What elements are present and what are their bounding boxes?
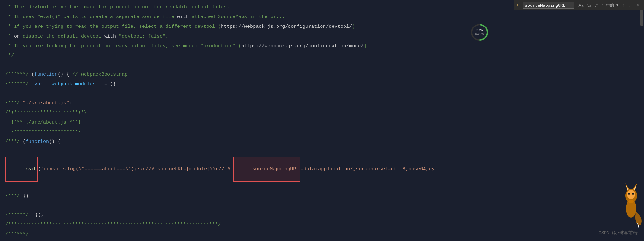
code-line-empty [0, 182, 644, 192]
perf-speed: 64K/s [475, 33, 484, 36]
code-text: /***/ [5, 138, 23, 146]
search-bar: › Aa \b .* 1 中的 1 ↑ ↓ × [514, 0, 644, 10]
code-text: */ [5, 52, 14, 60]
code-text: () { [49, 138, 61, 146]
search-case-btn[interactable]: Aa [577, 2, 585, 8]
code-text: "./src/about.js" [23, 99, 69, 107]
code-line-empty [0, 147, 644, 156]
search-close-btn[interactable]: × [634, 2, 641, 9]
code-text: !*** ./src/about.js ***! [5, 119, 81, 126]
code-text: * or disable the default devtool with "d… [5, 33, 168, 40]
code-line: /******/ }); [0, 210, 644, 220]
code-text: }); [35, 211, 44, 219]
svg-point-11 [626, 200, 636, 218]
code-string: =data:application/json;charset=utf-8;bas… [300, 165, 435, 173]
code-text: }) [23, 192, 28, 200]
csdn-text: CSDN @小球学前端 [599, 230, 638, 236]
code-text: /******/ [5, 81, 28, 88]
code-text: = ({ [101, 81, 116, 88]
search-nav: ↑ ↓ [621, 2, 632, 8]
code-text: : [69, 99, 72, 107]
code-text [28, 81, 34, 88]
csdn-watermark: CSDN @小球学前端 [599, 230, 638, 236]
code-line: !*** ./src/about.js ***! [0, 118, 644, 127]
search-count: 1 中的 1 [602, 3, 619, 8]
code-text: /******/ [5, 71, 28, 79]
code-text: * If you are looking for production-read… [5, 42, 369, 50]
code-text: /***************************************… [5, 221, 221, 229]
eval-keyword: eval [24, 166, 36, 172]
code-line: * If you are looking for production-read… [0, 41, 644, 51]
code-text: * This devtool is neither made for produ… [5, 4, 230, 11]
code-line: /***/ }) [0, 192, 644, 201]
code-string: 'console.log(\"======about===\");\\n//# … [41, 165, 233, 173]
code-line: /******/ [0, 230, 644, 239]
code-line: \**********************/ [0, 127, 644, 137]
code-comment: // webpackBootstrap [72, 71, 128, 79]
svg-point-4 [627, 190, 635, 199]
perf-percent: 50% [475, 28, 484, 33]
search-prev-btn[interactable]: ↑ [621, 2, 626, 8]
code-text: ( [23, 138, 26, 146]
code-line: /******/ var __webpack_modules__ = ({ [0, 80, 644, 89]
svg-point-9 [628, 193, 630, 195]
code-text: () { [58, 71, 72, 79]
search-next-btn[interactable]: ↓ [627, 2, 632, 8]
code-line: /***************************************… [0, 220, 644, 230]
code-text: /*!**********************!*\ [5, 109, 87, 117]
perf-text: 50% 64K/s [475, 28, 484, 36]
code-text: ( [28, 71, 34, 79]
code-text: \**********************/ [5, 128, 81, 136]
code-text: * It uses "eval()" calls to create a sep… [5, 13, 285, 21]
code-line: * or disable the default devtool with "d… [0, 32, 644, 41]
code-var: __webpack_modules__ [46, 81, 101, 88]
search-regex-btn[interactable]: .* [593, 2, 599, 8]
code-text [28, 211, 34, 219]
code-container: * This devtool is neither made for produ… [0, 0, 644, 241]
code-keyword: function [26, 138, 49, 146]
search-word-btn[interactable]: \b [586, 2, 592, 8]
code-keyword: function [34, 71, 58, 79]
code-line: * It uses "eval()" calls to create a sep… [0, 12, 644, 22]
code-text: ( [38, 165, 41, 173]
source-mapping-text: sourceMappingURL [252, 166, 299, 172]
perf-circle: 50% 64K/s [470, 23, 489, 41]
search-options: Aa \b .* [577, 2, 599, 8]
eval-box: eval [5, 157, 38, 182]
code-eval-line: eval ( 'console.log(\"======about===\");… [0, 156, 644, 182]
code-line: /*!**********************!*\ [0, 108, 644, 118]
code-text: /******/ [5, 231, 28, 238]
code-line: */ [0, 51, 644, 61]
fox-decoration [618, 176, 644, 228]
code-text: /***/ [5, 99, 23, 107]
code-line: /******/ ( function () { // webpackBoots… [0, 70, 644, 80]
code-text: /***/ [5, 192, 23, 200]
code-text: /******/ [5, 211, 28, 219]
code-line-empty [0, 89, 644, 98]
code-text: * If you are trying to read the output f… [5, 23, 355, 31]
code-line: /***/ ( function () { [0, 137, 644, 147]
search-input[interactable] [523, 2, 574, 9]
code-line-empty [0, 61, 644, 70]
svg-point-10 [632, 193, 634, 195]
code-keyword: var [34, 81, 43, 88]
code-text [43, 81, 46, 88]
code-line: /***/ "./src/about.js" : [0, 98, 644, 108]
search-chevron-icon: › [516, 3, 519, 7]
code-line-empty [0, 201, 644, 210]
code-line: * If you are trying to read the output f… [0, 22, 644, 32]
source-mapping-box: sourceMappingURL [233, 157, 300, 182]
